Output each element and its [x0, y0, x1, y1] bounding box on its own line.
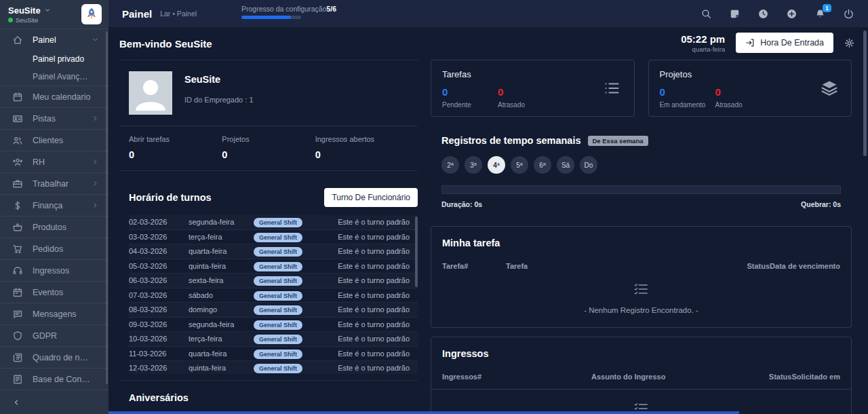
tasks-stat-value: 0 — [498, 86, 545, 98]
tasks-stat: 0 Pendente — [442, 86, 490, 109]
page-vertical-scrollbar[interactable] — [863, 31, 867, 156]
online-status-dot — [8, 18, 13, 22]
sidebar-item-label: Finança — [33, 201, 92, 210]
sidebar-item-trabalhar[interactable]: Trabalhar — [0, 172, 108, 194]
sidebar-item-produtos[interactable]: Produtos — [0, 216, 108, 238]
column-header: Tarefa — [506, 262, 747, 270]
weekday-pill[interactable]: 3ª — [465, 156, 482, 174]
weekday-pill[interactable]: 6ª — [534, 156, 551, 174]
topbar-icon-button[interactable] — [843, 8, 854, 20]
stat-label: Projetos — [222, 135, 315, 143]
shift-table-scrollbar[interactable] — [415, 217, 418, 287]
shift-badge: General Shift — [254, 218, 302, 227]
sidebar-item-eventos[interactable]: Eventos — [0, 281, 108, 303]
shift-schedule-title: Horário de turnos — [129, 192, 212, 203]
weekday-pill[interactable]: 5ª — [511, 156, 528, 174]
knowledge-icon — [12, 374, 23, 385]
sidebar: SeuSite SeuSite Painel Painel privado Pa… — [0, 0, 108, 414]
weekday-pill[interactable]: 4ª — [488, 156, 505, 174]
chevron-right-icon — [92, 115, 99, 122]
shift-badge: General Shift — [254, 305, 302, 315]
sidebar-item-pistas[interactable]: Pistas — [0, 107, 108, 129]
sidebar-collapse-button[interactable] — [0, 390, 108, 414]
sidebar-item-pedidos[interactable]: Pedidos — [0, 238, 108, 259]
shift-day: domingo — [189, 305, 254, 314]
clock-in-button[interactable]: Hora De Entrada — [736, 33, 833, 53]
sidebar-item-mensagens[interactable]: Mensagens — [0, 303, 108, 324]
sidebar-item-painel[interactable]: Painel — [0, 29, 108, 50]
workspace-name: SeuSite — [16, 16, 38, 24]
app-logo[interactable] — [81, 4, 102, 24]
weekday-pill[interactable]: 2ª — [441, 156, 459, 174]
weekday-pill[interactable]: Do — [580, 156, 597, 174]
sidebar-item-financa[interactable]: Finança — [0, 194, 108, 216]
employee-id: ID do Empregado : 1 — [184, 96, 254, 104]
sidebar-item-rh[interactable]: RH — [0, 151, 108, 172]
users-icon — [12, 135, 23, 146]
stat-value: 0 — [315, 149, 408, 160]
shift-date: 12-03-2026 — [129, 364, 189, 372]
basket-icon — [12, 222, 23, 233]
layers-icon — [820, 79, 839, 98]
gear-icon[interactable] — [844, 38, 854, 48]
my-task-title: Minha tarefa — [442, 238, 500, 248]
projects-stat: 0 Em andamento — [660, 86, 707, 109]
search-icon — [701, 8, 712, 20]
stat-label: Ingressos abertos — [315, 135, 408, 143]
welcome-heading: Bem-vindo SeuSite — [119, 38, 212, 50]
topbar-icon-button[interactable] — [701, 8, 712, 20]
shift-row: 06-03-2026 sexta-feira General Shift Est… — [129, 274, 418, 288]
topbar-icon-button[interactable] — [757, 8, 769, 20]
sidebar-item-base-de-conhecimento[interactable]: Base de Conhecime... — [0, 368, 108, 390]
weekday-pill[interactable]: Sá — [557, 156, 574, 174]
sidebar-item-ingressos[interactable]: Ingressos — [0, 259, 108, 281]
shift-date: 07-03-2026 — [129, 291, 189, 299]
sidebar-item-label: Produtos — [33, 223, 92, 232]
chevron-left-icon — [12, 398, 20, 407]
shift-row: 02-03-2026 segunda-feira General Shift E… — [129, 215, 418, 230]
sidebar-scrollbar[interactable] — [106, 31, 108, 384]
sidebar-brand-row[interactable]: SeuSite SeuSite — [0, 0, 108, 29]
shift-day: sábado — [189, 291, 254, 299]
shift-note: Este é o turno padrão — [316, 335, 418, 343]
shift-day: terça-feira — [189, 335, 254, 343]
projects-stat-label: Atrasado — [715, 101, 763, 109]
setup-progress-label: Progresso da configuração — [241, 5, 327, 13]
shift-day: terça-feira — [189, 233, 254, 241]
chevron-right-icon — [92, 180, 99, 187]
page-horizontal-scrollbar[interactable] — [108, 411, 739, 414]
projects-stat-value: 0 — [715, 86, 763, 98]
breadcrumb[interactable]: Lar • Painel — [160, 10, 197, 18]
clock-icon — [757, 8, 769, 20]
sidebar-item-label: Base de Conhecime... — [33, 375, 92, 384]
sidebar-item-clientes[interactable]: Clientes — [0, 129, 108, 151]
topbar-icon-button[interactable] — [729, 8, 741, 20]
duration-label: Duração: 0s — [441, 200, 482, 208]
weekly-timelogs: Registros de tempo semanais De Essa sema… — [431, 126, 852, 208]
shift-day: quinta-feira — [189, 262, 254, 270]
my-task-panel: Minha tarefa Tarefa#TarefaStatusData de … — [431, 226, 852, 328]
sidebar-item-painel-privado[interactable]: Painel privado — [0, 50, 108, 68]
shift-note: Este é o turno padrão — [316, 218, 418, 226]
sidebar-nav: Painel Painel privado Painel Avançado Me… — [0, 29, 108, 390]
event-icon — [12, 287, 23, 298]
shift-note: Este é o turno padrão — [316, 262, 418, 270]
birthdays-section: Aniversários — [119, 380, 418, 414]
sidebar-item-quadro-de-noticias[interactable]: Quadro de notícias — [0, 346, 108, 368]
page-title: Painel — [122, 8, 152, 20]
topbar-icon-button[interactable]: 1 — [814, 8, 826, 20]
stat-value: 0 — [129, 149, 222, 160]
shift-note: Este é o turno padrão — [316, 320, 418, 328]
shift-row: 11-03-2026 quarta-feira General Shift Es… — [129, 347, 418, 362]
profile-stats: Abrir tarefas 0 Projetos 0 Ingressos abe… — [119, 126, 418, 171]
sidebar-item-painel-avancado[interactable]: Painel Avançado — [0, 68, 108, 86]
chevron-down-icon[interactable] — [44, 7, 51, 14]
shift-row: 08-03-2026 domingo General Shift Este é … — [129, 303, 418, 318]
topbar-icon-button[interactable] — [786, 8, 797, 20]
time-value: 05:22 pm — [681, 33, 725, 45]
sidebar-item-meu-calendario[interactable]: Meu calendario — [0, 86, 108, 107]
shift-badge: General Shift — [254, 233, 302, 242]
employee-shift-button[interactable]: Turno De Funcionário — [324, 188, 418, 207]
sidebar-item-label: Ingressos — [33, 266, 92, 276]
sidebar-item-gdpr[interactable]: GDPR — [0, 324, 108, 346]
